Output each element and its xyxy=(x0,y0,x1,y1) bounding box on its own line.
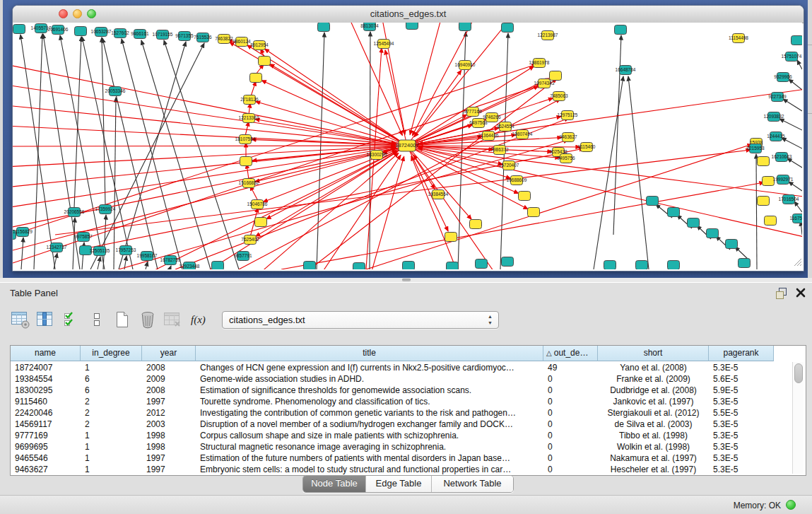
network-canvas[interactable]: 1872400774638229860124891295427181261221… xyxy=(13,23,802,269)
table-header-year[interactable]: year xyxy=(142,346,196,361)
network-node[interactable] xyxy=(636,261,648,270)
network-node[interactable]: 7986372 xyxy=(490,146,509,155)
network-node[interactable]: 9746266 xyxy=(483,113,501,122)
network-node[interactable]: 8912954 xyxy=(250,41,269,50)
network-node[interactable]: 7625402 xyxy=(241,235,259,245)
network-node[interactable]: 10719155 xyxy=(153,30,173,40)
new-column-button[interactable] xyxy=(112,309,133,330)
network-node[interactable]: 17957253 xyxy=(116,246,136,255)
network-node[interactable]: 9777169 xyxy=(464,107,482,117)
table-row[interactable]: 911546021997Tourette syndrome. Phenomeno… xyxy=(11,396,774,407)
network-node[interactable]: 16940910 xyxy=(455,61,476,70)
network-node[interactable]: 9975857 xyxy=(74,233,93,242)
network-node[interactable] xyxy=(212,262,224,270)
table-mode-button[interactable] xyxy=(10,309,31,330)
network-node[interactable]: 9115460 xyxy=(578,143,596,152)
resize-grip-icon[interactable] xyxy=(792,257,802,269)
network-node[interactable]: 7485063 xyxy=(550,92,568,101)
network-node[interactable]: 15166852 xyxy=(239,179,259,188)
network-node[interactable]: 12213363 xyxy=(239,114,259,123)
network-node[interactable] xyxy=(445,233,457,242)
network-node[interactable] xyxy=(502,23,514,33)
network-node[interactable]: 2718126 xyxy=(240,95,259,105)
network-node[interactable]: 8813074 xyxy=(360,23,379,31)
network-node[interactable]: 17016504 xyxy=(779,195,799,204)
window-titlebar[interactable]: citations_edges.txt xyxy=(13,6,804,23)
network-node[interactable]: 18724007 xyxy=(395,140,418,151)
network-node[interactable] xyxy=(502,257,514,267)
table-row[interactable]: 2242004622012Investigating the contribut… xyxy=(11,407,774,419)
network-node[interactable]: 1167533 xyxy=(790,214,802,223)
network-node[interactable]: 7615526 xyxy=(194,33,212,42)
delete-table-button[interactable] xyxy=(163,309,184,330)
tab-node-table[interactable]: Node Table xyxy=(303,476,366,492)
network-node[interactable]: 10688609 xyxy=(507,176,527,185)
network-node[interactable]: 1244415 xyxy=(767,132,785,141)
table-row[interactable]: 946362711997Embryonic stem cells: a mode… xyxy=(11,464,774,475)
network-node[interactable] xyxy=(668,261,680,270)
network-node[interactable]: 9671355 xyxy=(175,32,194,41)
network-node[interactable] xyxy=(470,220,482,229)
network-node[interactable]: 21364436 xyxy=(478,132,499,141)
network-node[interactable] xyxy=(519,192,531,201)
network-node[interactable] xyxy=(668,208,680,217)
network-node[interactable]: 17359924 xyxy=(95,205,116,214)
delete-column-button[interactable] xyxy=(137,309,158,330)
close-panel-button[interactable] xyxy=(795,287,806,298)
network-node[interactable]: 3624554 xyxy=(496,122,514,132)
table-selector-dropdown[interactable]: citations_edges.txt ▲▼ xyxy=(222,311,499,329)
network-node[interactable]: 18107554 xyxy=(235,135,256,144)
network-node[interactable]: 15720407 xyxy=(499,161,519,170)
table-header-out-degree[interactable]: △out_de… xyxy=(543,346,598,361)
network-node[interactable]: 10653287 xyxy=(91,28,112,37)
table-header-short[interactable]: short xyxy=(598,346,709,361)
network-node[interactable]: 12505135 xyxy=(90,247,110,256)
network-node[interactable]: 9466161 xyxy=(131,30,149,39)
network-node[interactable] xyxy=(476,259,488,269)
table-row[interactable]: 1938455462009Genome-wide association stu… xyxy=(11,373,774,385)
table-row[interactable]: 1830029562008Estimation of significance … xyxy=(11,385,774,396)
network-node[interactable] xyxy=(615,25,627,35)
tab-edge-table[interactable]: Edge Table xyxy=(366,476,432,492)
network-node[interactable]: 20053346 xyxy=(105,87,126,96)
network-node[interactable]: 16210643 xyxy=(772,153,792,162)
network-node[interactable] xyxy=(647,197,659,206)
network-node[interactable]: 9860124 xyxy=(233,37,251,47)
network-node[interactable] xyxy=(447,262,459,270)
network-node[interactable] xyxy=(250,74,262,83)
network-node[interactable] xyxy=(403,262,415,270)
select-all-button[interactable] xyxy=(61,309,82,330)
network-node[interactable] xyxy=(758,197,770,206)
table-row[interactable]: 1456911722003Disruption of a novel membe… xyxy=(11,419,774,430)
network-node[interactable] xyxy=(459,23,471,31)
network-node[interactable]: 8215958 xyxy=(746,144,765,153)
network-node[interactable]: 12975125 xyxy=(558,111,578,120)
network-node[interactable] xyxy=(259,57,271,66)
row-height-button[interactable] xyxy=(86,309,107,330)
network-node[interactable]: 16648784 xyxy=(616,66,636,75)
network-node[interactable] xyxy=(13,25,25,34)
network-node[interactable] xyxy=(406,23,418,30)
network-node[interactable]: 1527602 xyxy=(111,29,129,38)
network-node[interactable] xyxy=(304,262,316,270)
show-columns-button[interactable] xyxy=(35,309,57,330)
network-node[interactable]: 6497568 xyxy=(469,119,488,128)
network-node[interactable]: 10807494 xyxy=(512,130,533,139)
network-node[interactable] xyxy=(726,240,738,249)
float-panel-button[interactable] xyxy=(776,288,787,298)
network-node[interactable] xyxy=(792,36,803,45)
table-header-in-degree[interactable]: in_degree xyxy=(81,346,142,361)
table-header-title[interactable]: title xyxy=(196,346,543,361)
network-node[interactable] xyxy=(318,23,330,32)
table-row[interactable]: 946554611997Estimation of the future num… xyxy=(11,452,774,464)
scrollbar-thumb[interactable] xyxy=(794,363,803,383)
network-node[interactable]: 12923448 xyxy=(180,262,200,270)
table-row[interactable]: 969969511998Structural magnetic resonanc… xyxy=(11,441,774,452)
network-node[interactable]: 12545494 xyxy=(374,40,394,49)
network-node[interactable]: 9495756 xyxy=(557,154,575,163)
network-node[interactable]: 15751074 xyxy=(782,52,802,62)
network-node[interactable] xyxy=(758,157,770,166)
vertical-scrollbar[interactable] xyxy=(792,362,804,474)
network-node[interactable] xyxy=(75,27,87,36)
network-node[interactable] xyxy=(739,259,751,268)
